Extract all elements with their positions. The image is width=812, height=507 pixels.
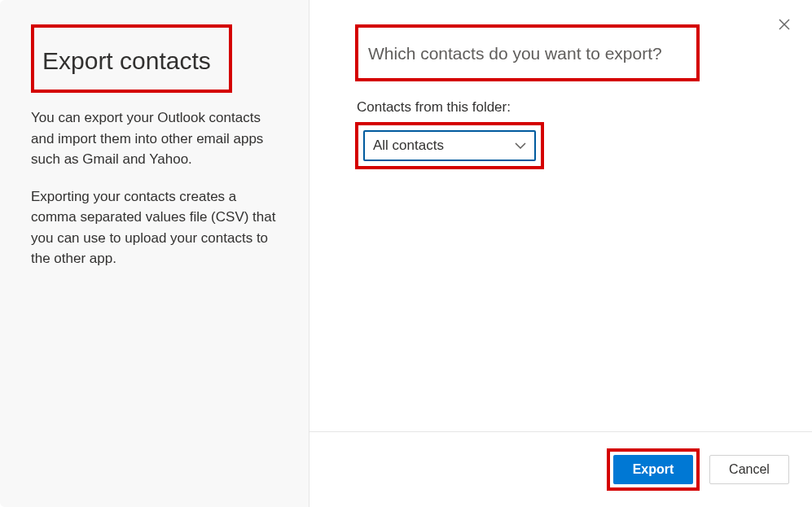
dialog-footer: Export Cancel <box>309 431 812 507</box>
question-text: Which contacts do you want to export? <box>368 44 662 63</box>
question-highlight: Which contacts do you want to export? <box>355 24 700 81</box>
description-1: You can export your Outlook contacts and… <box>31 107 278 170</box>
export-highlight: Export <box>607 448 700 491</box>
chevron-down-icon <box>515 142 526 149</box>
select-highlight: All contacts <box>355 122 544 169</box>
export-button[interactable]: Export <box>613 455 693 484</box>
description-2: Exporting your contacts creates a comma … <box>31 186 278 269</box>
folder-select[interactable]: All contacts <box>363 130 536 161</box>
close-icon <box>779 19 790 30</box>
folder-select-value: All contacts <box>373 138 444 154</box>
form-content: Which contacts do you want to export? Co… <box>309 0 812 431</box>
right-form-pane: Which contacts do you want to export? Co… <box>309 0 812 507</box>
close-button[interactable] <box>775 15 794 34</box>
folder-label: Contacts from this folder: <box>357 99 766 116</box>
cancel-button[interactable]: Cancel <box>709 455 789 484</box>
title-highlight: Export contacts <box>31 24 232 93</box>
export-contacts-dialog: Export contacts You can export your Outl… <box>0 0 812 507</box>
left-info-pane: Export contacts You can export your Outl… <box>0 0 309 507</box>
dialog-title: Export contacts <box>42 47 211 75</box>
